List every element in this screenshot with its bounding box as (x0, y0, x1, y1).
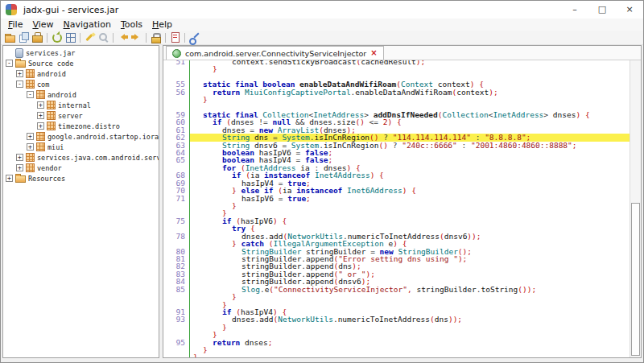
code-text: } (189, 324, 630, 331)
vertical-scrollbar[interactable] (630, 60, 641, 357)
open-file-icon (4, 31, 16, 43)
tree-expander[interactable]: + (37, 112, 44, 119)
tab-strip: com.android.server.ConnectivityServiceIn… (163, 46, 641, 60)
reload-button[interactable] (50, 31, 64, 44)
tree-item[interactable]: -com (3, 79, 159, 89)
tree-item-label: Source code (28, 60, 73, 68)
tree-item-label: services.jar (26, 49, 75, 57)
save-all-button[interactable] (31, 31, 44, 44)
lock-button[interactable] (149, 31, 163, 44)
code-line: 82stringBuilder.append(dns); (163, 262, 630, 270)
line-number: 78 (163, 233, 189, 240)
package-icon (26, 80, 35, 89)
flat-packages-icon (64, 31, 76, 43)
code-scroll[interactable]: 51context.sendStickyBroadcast(cachedResu… (163, 60, 630, 357)
code-line: 83stringBuilder.append(" or "); (163, 270, 630, 278)
line-number (163, 96, 189, 103)
app-window: jadx-gui - services.jar – □ × FileViewNa… (0, 0, 644, 363)
preferences-button[interactable] (188, 31, 201, 44)
search-icon (97, 31, 109, 43)
scrollbar-thumb[interactable] (631, 203, 640, 356)
tree-item[interactable]: +vendor (3, 163, 159, 173)
package-icon (36, 142, 45, 151)
code-area[interactable]: 51context.sendStickyBroadcast(cachedResu… (163, 60, 641, 357)
code-text: } (189, 293, 630, 300)
tree-item[interactable]: -Source code (3, 58, 159, 68)
flat-packages-button[interactable] (64, 31, 77, 44)
code-line: } (163, 96, 630, 103)
code-line: } (163, 293, 630, 300)
minimize-button[interactable]: – (561, 1, 588, 19)
tree-expander[interactable]: + (16, 154, 23, 161)
code-line: 81stringBuilder.append("Error setting dn… (163, 255, 630, 262)
tree-item[interactable]: +server (3, 110, 159, 121)
tree-item[interactable]: +miui (3, 142, 159, 152)
tree-item[interactable]: +services.java.com.android.server. (3, 152, 159, 163)
menu-help[interactable]: Help (147, 19, 177, 30)
back-button[interactable] (116, 31, 130, 44)
tree-item[interactable]: +internal (3, 100, 159, 110)
deobfuscation-icon (84, 31, 96, 43)
code-text: } (189, 96, 630, 103)
code-lines: 51context.sendStickyBroadcast(cachedResu… (163, 60, 630, 357)
line-number: 65 (163, 156, 189, 163)
save-all-icon (31, 31, 43, 43)
add-files-button[interactable] (17, 31, 31, 44)
tree-item[interactable]: +google.android.startop.iorap (3, 131, 159, 142)
tree-item[interactable]: +Resources (3, 173, 159, 184)
tree-expander[interactable]: + (6, 175, 13, 182)
reload-icon (51, 31, 63, 43)
tab-label: com.android.server.ConnectivityServiceIn… (185, 49, 366, 58)
tree-item-label: timezone.distro (58, 122, 120, 130)
tree-item[interactable]: -android (3, 89, 159, 100)
maximize-button[interactable]: □ (588, 1, 616, 19)
open-file-button[interactable] (3, 31, 17, 44)
search-button[interactable] (97, 31, 110, 44)
line-number: 56 (163, 89, 189, 96)
editor-panel: com.android.server.ConnectivityServiceIn… (163, 45, 642, 358)
tree-expander[interactable]: + (27, 133, 34, 140)
tree-expander[interactable]: + (16, 70, 23, 77)
toolbar-separator (113, 33, 114, 43)
menu-navigation[interactable]: Navigation (59, 19, 116, 30)
line-number: 75 (163, 217, 189, 225)
tree-item-label: android (37, 70, 66, 78)
menu-tools[interactable]: Tools (116, 19, 147, 30)
tree-item[interactable]: +timezone.distro (3, 121, 159, 131)
tree-expander[interactable]: + (27, 143, 34, 151)
deobfuscation-button[interactable] (83, 31, 97, 44)
tab-close-icon[interactable]: × (370, 49, 377, 57)
tab-connectivity-service-injector[interactable]: com.android.server.ConnectivityServiceIn… (166, 46, 384, 60)
code-text: Slog.e("ConnectivityServiceInjector", st… (189, 286, 630, 293)
toolbar-separator (80, 33, 80, 43)
toolbar (1, 31, 643, 45)
tree-expander[interactable]: - (6, 60, 13, 67)
menu-file[interactable]: File (3, 19, 27, 30)
close-button[interactable]: × (616, 1, 643, 19)
code-text: if (hasIpV6) { (189, 217, 630, 225)
code-line: 56return MiuiConfigCaptivePortal.enableD… (163, 89, 630, 96)
tree-item[interactable]: +android (3, 68, 159, 79)
tree-item-label: server (58, 112, 83, 120)
window-title: jadx-gui - services.jar (23, 5, 118, 15)
tree-expander[interactable]: + (37, 122, 44, 130)
tree-item-label: miui (47, 143, 64, 151)
toolbar-separator (184, 33, 185, 43)
tree-item-label: com (37, 80, 49, 89)
tree-expander[interactable]: - (27, 91, 34, 98)
package-icon (26, 163, 35, 172)
preferences-icon (188, 31, 200, 43)
forward-button[interactable] (130, 31, 143, 44)
toolbar-separator (146, 33, 147, 43)
menu-view[interactable]: View (27, 19, 58, 30)
tree-expander[interactable]: + (37, 101, 44, 109)
tree-item[interactable]: services.jar (3, 47, 159, 58)
code-line: } (163, 65, 630, 72)
tree-expander[interactable]: - (16, 80, 23, 88)
project-tree[interactable]: services.jar-Source code+android-com-and… (2, 45, 159, 358)
title-bar: jadx-gui - services.jar – □ × (1, 1, 643, 19)
log-viewer-button[interactable] (168, 31, 182, 44)
tree-expander[interactable]: + (16, 164, 23, 171)
code-text: } (189, 202, 630, 209)
line-number: 95 (163, 339, 189, 346)
